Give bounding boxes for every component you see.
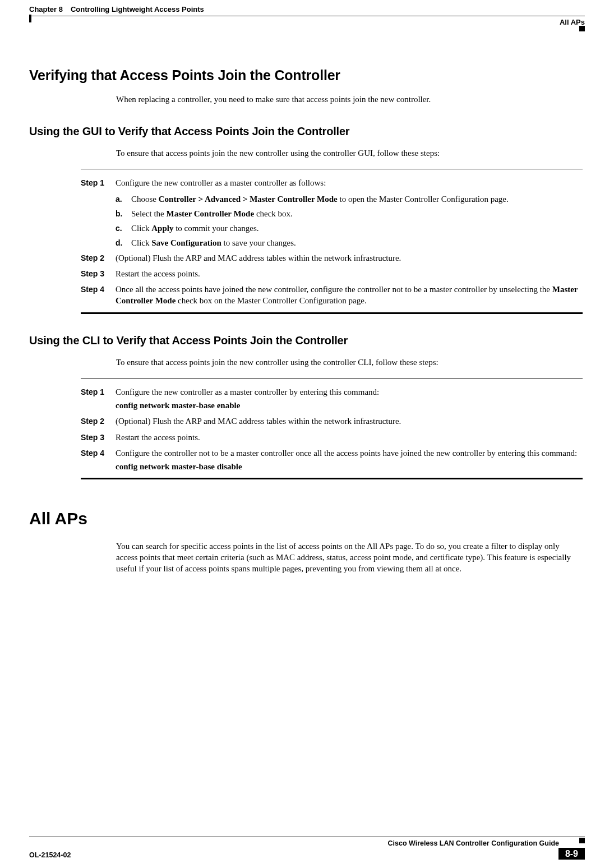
- footer-rule: [29, 837, 585, 837]
- footer-marker: [579, 838, 585, 843]
- step-label: Step 3: [81, 432, 116, 443]
- step-row: Step 1 Configure the new controller as a…: [81, 386, 583, 412]
- step-text: Restart the access points.: [116, 432, 583, 443]
- footer-guide-name: Cisco Wireless LAN Controller Configurat…: [29, 839, 585, 848]
- substep-label: d.: [116, 237, 131, 248]
- step-row: Step 2 (Optional) Flush the ARP and MAC …: [81, 252, 583, 264]
- step-label: Step 4: [81, 284, 116, 295]
- step-label: Step 4: [81, 447, 116, 459]
- header-section: All APs: [29, 17, 585, 27]
- step-row: Step 4 Once all the access points have j…: [81, 284, 583, 307]
- step-row: Step 3 Restart the access points.: [81, 268, 583, 279]
- step-text: Restart the access points.: [116, 268, 583, 279]
- content: Verifying that Access Points Join the Co…: [29, 27, 585, 575]
- cli-command: config network master-base disable: [116, 461, 583, 472]
- gui-intro: To ensure that access points join the ne…: [116, 147, 583, 159]
- section-heading: Verifying that Access Points Join the Co…: [29, 66, 585, 85]
- gui-steps: Step 1 Configure the new controller as a…: [81, 169, 583, 313]
- section-intro: When replacing a controller, you need to…: [116, 94, 583, 105]
- step-text: Configure the new controller as a master…: [116, 386, 583, 412]
- step-text: Once all the access points have joined t…: [116, 284, 583, 307]
- step-label: Step 1: [81, 386, 116, 398]
- substep: a. Choose Controller > Advanced > Master…: [116, 193, 583, 205]
- step-text: (Optional) Flush the ARP and MAC address…: [116, 252, 583, 264]
- substep-text: Click Save Configuration to save your ch…: [131, 237, 583, 248]
- rule-thin: [81, 169, 583, 169]
- chapter-title: Controlling Lightweight Access Points: [71, 4, 204, 15]
- step-text: Configure the controller not to be a mas…: [116, 447, 583, 473]
- substep-text: Choose Controller > Advanced > Master Co…: [131, 193, 583, 205]
- footer-bottom-row: OL-21524-02 8-9: [29, 848, 585, 860]
- rule-thin: [81, 378, 583, 378]
- substep-label: c.: [116, 223, 131, 234]
- step-label: Step 2: [81, 415, 116, 427]
- footer-page-number: 8-9: [558, 848, 585, 860]
- rule-thick: [81, 312, 583, 314]
- step-row: Step 4 Configure the controller not to b…: [81, 447, 583, 473]
- cli-steps: Step 1 Configure the new controller as a…: [81, 378, 583, 480]
- header-rule: [29, 16, 585, 16]
- page-footer: Cisco Wireless LAN Controller Configurat…: [29, 837, 585, 860]
- page: Chapter 8 Controlling Lightweight Access…: [0, 0, 614, 868]
- step-row: Step 2 (Optional) Flush the ARP and MAC …: [81, 415, 583, 427]
- substep-text: Click Apply to commit your changes.: [131, 223, 583, 234]
- subsection-heading-cli: Using the CLI to Verify that Access Poin…: [29, 333, 585, 348]
- header-top-row: Chapter 8 Controlling Lightweight Access…: [29, 4, 585, 15]
- substep: c. Click Apply to commit your changes.: [116, 223, 583, 234]
- page-header: Chapter 8 Controlling Lightweight Access…: [29, 0, 585, 27]
- substeps: a. Choose Controller > Advanced > Master…: [116, 193, 583, 249]
- step-row: Step 1 Configure the new controller as a…: [81, 177, 583, 188]
- step-label: Step 2: [81, 252, 116, 264]
- step-text: (Optional) Flush the ARP and MAC address…: [116, 415, 583, 427]
- substep-label: b.: [116, 208, 131, 219]
- step-label: Step 1: [81, 177, 116, 188]
- subsection-heading-gui: Using the GUI to Verify that Access Poin…: [29, 124, 585, 139]
- allaps-para: You can search for specific access point…: [116, 541, 583, 575]
- cli-command: config network master-base enable: [116, 400, 583, 411]
- footer-doc-number: OL-21524-02: [29, 851, 71, 860]
- step-row: Step 3 Restart the access points.: [81, 432, 583, 443]
- step-text: Configure the new controller as a master…: [116, 177, 583, 188]
- substep: b. Select the Master Controller Mode che…: [116, 208, 583, 219]
- cli-intro: To ensure that access points join the ne…: [116, 357, 583, 368]
- step-label: Step 3: [81, 268, 116, 279]
- chapter-number: Chapter 8: [29, 4, 63, 15]
- substep: d. Click Save Configuration to save your…: [116, 237, 583, 248]
- substep-label: a.: [116, 193, 131, 205]
- section-heading-allaps: All APs: [29, 507, 585, 530]
- substep-text: Select the Master Controller Mode check …: [131, 208, 583, 219]
- rule-thick: [81, 478, 583, 479]
